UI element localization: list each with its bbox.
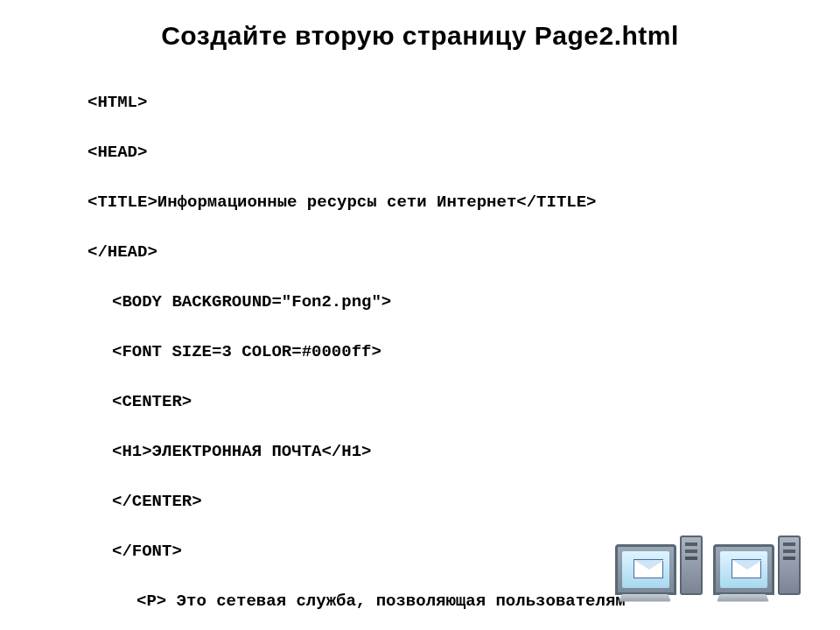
monitor-icon xyxy=(615,544,676,595)
code-line: <HTML> xyxy=(88,90,752,116)
computer-left xyxy=(615,536,703,595)
envelope-icon xyxy=(732,559,761,578)
computer-right xyxy=(713,536,801,595)
tower-icon xyxy=(778,536,801,595)
code-line: <BODY BACKGROUND="Fon2.png"> xyxy=(88,290,752,315)
computers-illustration xyxy=(615,536,801,595)
code-line: <H1>ЭЛЕКТРОННАЯ ПОЧТА</H1> xyxy=(88,439,752,465)
code-line: <HEAD> xyxy=(88,140,752,165)
slide-title: Создайте вторую страницу Page2.html xyxy=(0,0,840,65)
monitor-icon xyxy=(713,544,774,595)
keyboard-icon xyxy=(717,594,769,602)
envelope-icon xyxy=(634,559,663,578)
code-line: <CENTER> xyxy=(88,389,752,415)
code-line: <FONT SIZE=3 COLOR=#0000ff> xyxy=(88,340,752,365)
code-line: </HEAD> xyxy=(88,240,752,265)
tower-icon xyxy=(680,536,703,595)
keyboard-icon xyxy=(619,594,671,602)
code-line: </CENTER> xyxy=(88,489,752,514)
code-line: <TITLE>Информационные ресурсы сети Интер… xyxy=(88,190,752,215)
